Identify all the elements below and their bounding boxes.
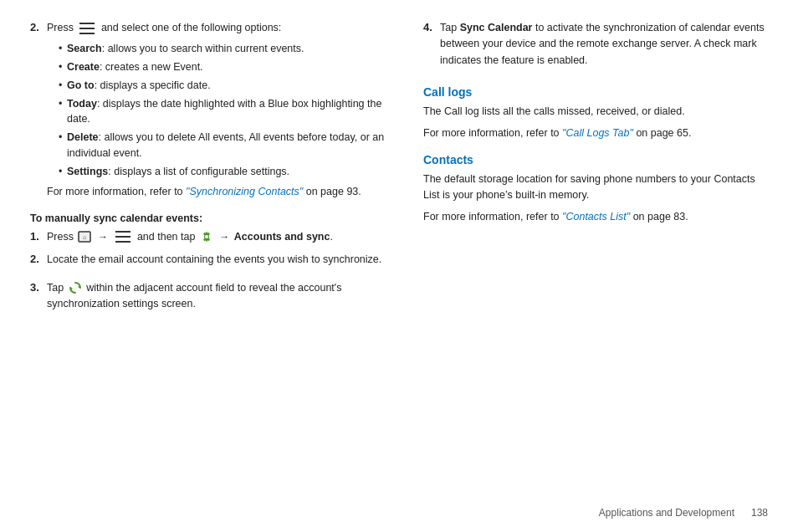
home-icon: ⌂ — [78, 231, 91, 243]
menu-icon-2 — [114, 231, 132, 243]
substep-3-text: Tap within the adjacent account field to… — [47, 282, 341, 309]
substep-2: 2. Locate the email account containing t… — [30, 252, 390, 273]
list-item: Go to: displays a specific date. — [59, 78, 390, 94]
footer-page-number: 138 — [751, 507, 768, 519]
step-4-content: Tap Sync Calendar to activate the synchr… — [440, 20, 768, 74]
substep-2-text: Locate the email account containing the … — [47, 252, 390, 268]
bullet-text: : displays a list of configurable settin… — [108, 166, 289, 177]
manual-sync-heading: To manually sync calendar events: — [30, 212, 390, 224]
bullet-text: : allows you to search within current ev… — [102, 43, 304, 54]
svg-point-3 — [205, 235, 208, 238]
list-item: Delete: allows you to delete All events,… — [59, 130, 390, 161]
bullet-text: : displays the date highlighted with a B… — [67, 98, 381, 125]
bullet-text: : displays a specific date. — [95, 79, 211, 91]
footer: Applications and Development 138 — [599, 507, 768, 519]
footer-section-label: Applications and Development — [599, 507, 734, 519]
bullet-text: : allows you to delete All events, All e… — [67, 131, 384, 159]
contacts-heading: Contacts — [423, 153, 768, 166]
press-label: Press — [47, 231, 76, 243]
arrow-icon-1: → — [98, 229, 108, 245]
substep-1-content: Press ⌂ → and — [47, 229, 390, 245]
more-info-prefix: For more information, refer to — [47, 186, 183, 197]
more-info-link: "Synchronizing Contacts" — [186, 186, 303, 197]
bullet-bold: Go to — [67, 79, 95, 91]
more-info-suffix: on page 93. — [306, 186, 361, 197]
contacts-para1: The default storage location for saving … — [423, 171, 768, 204]
bullet-bold: Today — [67, 98, 97, 110]
substep-3-number: 3. — [30, 281, 42, 294]
gear-icon — [200, 230, 213, 243]
contacts-para2: For more information, refer to "Contacts… — [423, 209, 768, 225]
contacts-link: "Contacts List" — [562, 211, 630, 223]
substep-2-number: 2. — [30, 253, 42, 265]
substep-3-after: within the adjacent account field to rev… — [47, 282, 341, 309]
step-2-after-icon: and select one of the following options: — [101, 22, 281, 33]
call-logs-refer-prefix: For more information, refer to — [423, 127, 562, 139]
step-4-number: 4. — [423, 21, 435, 33]
bullet-bold: Delete — [67, 131, 99, 143]
menu-icon-2-lines — [115, 231, 130, 243]
step-2-item: 2. Press and select one of the following… — [30, 20, 390, 206]
bullet-bold: Create — [67, 61, 100, 73]
substep-3-content: Tap within the adjacent account field to… — [47, 280, 390, 313]
menu-icon-lines — [79, 23, 95, 34]
right-column: 4. Tap Sync Calendar to activate the syn… — [423, 20, 768, 515]
sync-icon — [69, 281, 82, 294]
tap-label: Tap — [47, 282, 67, 294]
step-2-number: 2. — [30, 21, 42, 33]
substep-2-content: Locate the email account containing the … — [47, 252, 390, 273]
call-logs-page: on page 65. — [636, 127, 691, 139]
list-item: Search: allows you to search within curr… — [59, 41, 390, 57]
call-logs-link: "Call Logs Tab" — [562, 127, 633, 139]
left-column: 2. Press and select one of the following… — [30, 20, 390, 515]
step-2-content: Press and select one of the following op… — [47, 20, 390, 206]
substep-1: 1. Press ⌂ → — [30, 229, 390, 245]
step-4-item: 4. Tap Sync Calendar to activate the syn… — [423, 20, 768, 74]
bullet-bold: Settings — [67, 166, 108, 177]
sync-calendar-bold: Sync Calendar — [460, 22, 533, 33]
more-info-para: For more information, refer to "Synchron… — [47, 184, 390, 200]
substep-3: 3. Tap within the adjacent account field… — [30, 280, 390, 313]
bullet-text: : creates a new Event. — [100, 61, 203, 73]
step-2-text: Press and select one of the following op… — [47, 22, 281, 33]
period: . — [330, 231, 332, 243]
contacts-refer-prefix: For more information, refer to — [423, 211, 562, 223]
bullet-bold: Search — [67, 43, 102, 54]
list-item: Create: creates a new Event. — [59, 59, 390, 75]
bullet-list: Search: allows you to search within curr… — [59, 41, 390, 179]
menu-icon — [78, 23, 96, 34]
then-tap-label: and then tap — [137, 231, 198, 243]
arrow-icon-2: → — [219, 229, 229, 245]
list-item: Today: displays the date highlighted wit… — [59, 96, 390, 128]
list-item: Settings: displays a list of configurabl… — [59, 164, 390, 180]
contacts-page: on page 83. — [633, 211, 688, 223]
substep-1-number: 1. — [30, 230, 42, 243]
step-2-press-label: Press — [47, 22, 74, 33]
tap-sync-prefix: Tap — [440, 22, 460, 33]
substep-1-text: Press ⌂ → and — [47, 231, 333, 243]
step-4-text: Tap Sync Calendar to activate the synchr… — [440, 20, 768, 69]
svg-text:⌂: ⌂ — [83, 234, 86, 240]
accounts-sync-label: Accounts and sync — [234, 231, 330, 243]
call-logs-para1: The Call log lists all the calls missed,… — [423, 104, 768, 120]
call-logs-heading: Call logs — [423, 85, 768, 99]
call-logs-para2: For more information, refer to "Call Log… — [423, 125, 768, 141]
